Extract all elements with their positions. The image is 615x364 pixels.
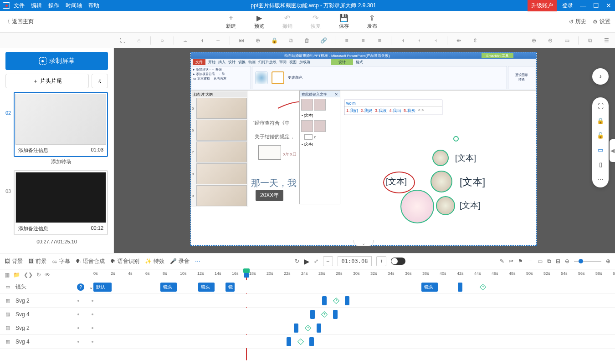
new-button[interactable]: ＋新建 [226,14,236,30]
home-icon[interactable]: ⌂ [134,35,144,46]
clip-segment[interactable] [287,337,291,346]
login-button[interactable]: 登录 [559,0,577,11]
align-bottom-icon[interactable]: ⫟ [213,35,223,46]
clip-default[interactable]: 默认 [93,283,112,292]
unlock-icon[interactable]: 🔓 [596,131,605,139]
cut-icon[interactable]: ✂ [509,258,513,264]
fullscreen-icon[interactable]: ⛶ [596,102,605,110]
align-v-icon[interactable]: ⫞ [430,35,441,46]
scene-note[interactable]: 添加备注信息 [18,225,48,232]
split-icon[interactable]: ⫟ [528,258,533,264]
clip-segment[interactable] [458,283,462,292]
scene-note[interactable]: 添加备注信息 [18,147,48,154]
clip-shot[interactable]: 镜头 [160,283,177,292]
timecode-display[interactable]: 01:03.08 [338,256,372,266]
help-icon[interactable]: ? [77,283,84,291]
frame-icon[interactable]: ⧉ [547,258,551,264]
clip-segment[interactable] [309,337,314,346]
time-ruler[interactable]: ▥ 📁 ❮❯ ↻ 👁 0s2s4s6s8s10s12s14s16s18s20s2… [0,269,615,280]
add-keyframe-button[interactable] [480,284,486,290]
add-keyframe-button[interactable] [333,298,339,304]
background-button[interactable]: 🖼背景 [5,258,23,265]
align-top-icon[interactable]: ⫠ [180,35,190,46]
more-tools-button[interactable]: ⋯ [195,258,200,264]
add-track-icon[interactable]: ▥ [5,272,10,278]
panels-icon[interactable]: ⧉ [585,35,595,46]
foreground-button[interactable]: 🖼前景 [28,258,46,265]
lock-filled-icon[interactable]: 🔒 [596,116,605,125]
clip-shot[interactable]: 镜头 [421,283,438,292]
record-screen-button[interactable]: 录制屏幕 [5,52,108,70]
preview-button[interactable]: ▶预览 [254,14,264,30]
dist-h-icon[interactable]: ⫞ [398,35,408,46]
subtitle-button[interactable]: ㏄字幕 [52,258,70,265]
close-button[interactable]: ✕ [602,0,615,11]
redo-icon[interactable]: ↻ [36,272,41,278]
minimize-button[interactable]: — [577,0,589,11]
spread-v-icon[interactable]: ⇳ [470,35,480,46]
lock-icon[interactable]: 🔒 [269,35,279,46]
asr-button[interactable]: 🗣语音识别 [110,258,139,265]
crop-icon[interactable]: ▭ [538,258,543,264]
ruler-icon[interactable]: ⊟ [556,258,560,264]
add-transition-button[interactable]: 添加转场 [14,157,108,167]
back-home-button[interactable]: 〈 返回主页 [5,18,34,25]
expand-icon[interactable]: ⤢ [314,258,318,264]
copy-icon[interactable]: ⧉ [286,35,296,46]
menu-action[interactable]: 操作 [48,2,59,10]
align-middle-icon[interactable]: ⫞ [197,35,207,46]
folder-icon[interactable]: 📁 [13,272,20,278]
crosshair-icon[interactable]: ⊕ [253,35,263,46]
delete-icon[interactable]: 🗑 [302,35,312,46]
spread-h-icon[interactable]: ⇹ [454,35,464,46]
save-button[interactable]: 💾保存 [339,14,349,30]
menu-help[interactable]: 帮助 [88,2,99,10]
redo-button[interactable]: ↷恢复 [311,14,321,30]
zoom-out-icon[interactable]: ⊖ [565,258,569,264]
dist-v-icon[interactable]: ⫞ [414,35,424,46]
align-left-icon[interactable]: ≡ [342,35,352,46]
more-icon[interactable]: ⋯ [596,175,605,183]
clip-segment[interactable] [317,324,321,333]
fit-icon[interactable]: ▭ [562,35,572,46]
music-button[interactable]: ♫ [92,74,108,88]
menu-file[interactable]: 文件 [14,2,25,10]
replay-icon[interactable]: ↻ [295,258,299,264]
clip-segment[interactable] [345,296,349,305]
add-keyframe-button[interactable] [297,339,304,345]
canvas-expand-tab[interactable]: ⌄ [354,240,374,246]
publish-button[interactable]: ⇪发布 [367,14,377,30]
play-icon[interactable]: ▶ [304,257,309,266]
history-button[interactable]: ↺历史 [569,18,586,25]
clip-shot[interactable]: 镜头 [198,283,215,292]
menu-timeline[interactable]: 时间轴 [66,2,82,10]
upgrade-button[interactable]: 升级账户 [528,0,557,11]
add-keyframe-button[interactable] [305,325,311,331]
eye-icon[interactable]: 👁 [45,272,50,278]
time-plus-button[interactable]: + [376,256,386,266]
add-keyframe-button[interactable] [321,311,328,318]
maximize-button[interactable]: ☐ [589,0,602,11]
edit-icon[interactable]: ✎ [500,258,504,264]
clip-segment[interactable] [333,310,338,319]
time-minus-button[interactable]: − [323,256,333,266]
clip-segment[interactable] [294,324,298,333]
desktop-icon[interactable]: ▭ [596,146,605,154]
zoom-in-icon[interactable]: ⊕ [606,258,610,264]
record-audio-button[interactable]: 🎤录音 [170,258,190,265]
right-panel-toggle[interactable]: ◀ [610,139,615,162]
menu-edit[interactable]: 编辑 [31,2,42,10]
settings-button[interactable]: ⚙设置 [593,18,610,25]
snap-toggle[interactable] [391,258,405,265]
scene-card-03[interactable]: 添加备注信息00:12 [14,170,108,235]
clip-segment[interactable] [322,296,327,305]
clip-shot[interactable]: 镜 [226,283,235,292]
circle-icon[interactable]: ○ [157,35,167,46]
fx-button[interactable]: ✨特效 [145,258,164,265]
skip-start-icon[interactable]: ⏮ [236,35,246,46]
crop-icon[interactable]: ⛶ [118,35,128,46]
link-icon[interactable]: 🔗 [318,35,328,46]
layers-icon[interactable]: ☰ [601,35,611,46]
undo-button[interactable]: ↶撤销 [282,14,292,30]
canvas-viewport[interactable]: 动态结婚请柬婚礼PPT模板 - Microsoft PowerPoint(产品激… [114,48,615,253]
